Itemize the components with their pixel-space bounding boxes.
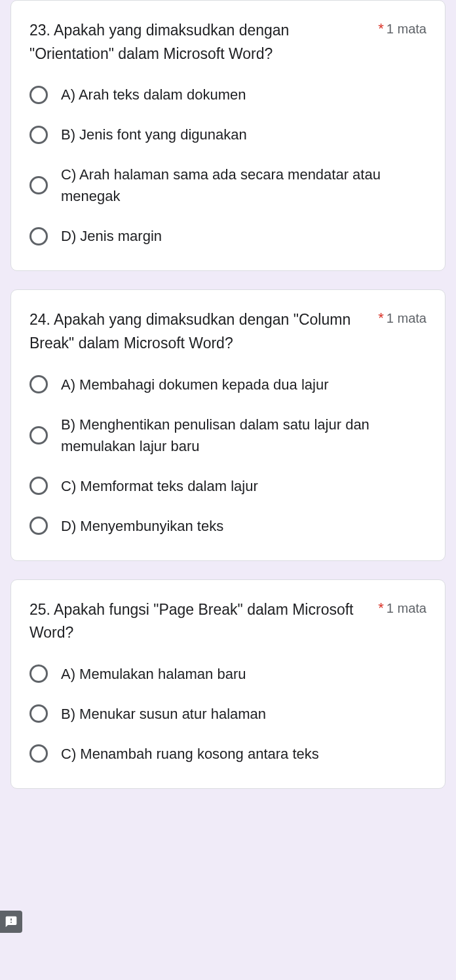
report-icon <box>5 915 18 928</box>
option-label: A) Arah teks dalam dokumen <box>61 84 246 105</box>
options-group: A) Memulakan halaman baru B) Menukar sus… <box>29 663 427 765</box>
radio-icon <box>29 126 48 144</box>
radio-icon <box>29 375 48 393</box>
points-label: 1 mata <box>387 22 427 36</box>
option-a[interactable]: A) Memulakan halaman baru <box>29 663 427 685</box>
required-asterisk: * <box>378 600 384 616</box>
radio-icon <box>29 176 48 194</box>
question-title: 24. Apakah yang dimaksudkan dengan "Colu… <box>29 308 378 355</box>
radio-icon <box>29 517 48 535</box>
option-label: D) Jenis margin <box>61 225 162 247</box>
question-points: *1 mata <box>378 19 427 37</box>
option-b[interactable]: B) Jenis font yang digunakan <box>29 124 427 145</box>
option-label: B) Jenis font yang digunakan <box>61 124 247 145</box>
option-label: C) Menambah ruang kosong antara teks <box>61 743 319 765</box>
option-label: D) Menyembunyikan teks <box>61 515 223 537</box>
option-c[interactable]: C) Menambah ruang kosong antara teks <box>29 743 427 765</box>
question-points: *1 mata <box>378 308 427 327</box>
option-label: C) Memformat teks dalam lajur <box>61 475 258 497</box>
radio-icon <box>29 426 48 445</box>
option-b[interactable]: B) Menukar susun atur halaman <box>29 703 427 725</box>
radio-icon <box>29 664 48 683</box>
question-title: 23. Apakah yang dimaksudkan dengan "Orie… <box>29 19 378 65</box>
option-c[interactable]: C) Arah halaman sama ada secara mendatar… <box>29 164 427 207</box>
option-label: B) Menghentikan penulisan dalam satu laj… <box>61 414 427 457</box>
required-asterisk: * <box>378 20 384 37</box>
question-points: *1 mata <box>378 598 427 617</box>
points-label: 1 mata <box>387 311 427 325</box>
option-d[interactable]: D) Menyembunyikan teks <box>29 515 427 537</box>
radio-icon <box>29 744 48 763</box>
question-title: 25. Apakah fungsi "Page Break" dalam Mic… <box>29 598 378 645</box>
required-asterisk: * <box>378 310 384 326</box>
question-header: 23. Apakah yang dimaksudkan dengan "Orie… <box>29 19 427 65</box>
option-b[interactable]: B) Menghentikan penulisan dalam satu laj… <box>29 414 427 457</box>
option-a[interactable]: A) Arah teks dalam dokumen <box>29 84 427 105</box>
question-header: 25. Apakah fungsi "Page Break" dalam Mic… <box>29 598 427 645</box>
radio-icon <box>29 704 48 723</box>
option-a[interactable]: A) Membahagi dokumen kepada dua lajur <box>29 374 427 395</box>
option-label: A) Memulakan halaman baru <box>61 663 246 685</box>
option-label: C) Arah halaman sama ada secara mendatar… <box>61 164 427 207</box>
question-card: 24. Apakah yang dimaksudkan dengan "Colu… <box>10 289 446 560</box>
radio-icon <box>29 477 48 495</box>
radio-icon <box>29 86 48 104</box>
options-group: A) Membahagi dokumen kepada dua lajur B)… <box>29 374 427 537</box>
option-label: B) Menukar susun atur halaman <box>61 703 266 725</box>
question-header: 24. Apakah yang dimaksudkan dengan "Colu… <box>29 308 427 355</box>
option-c[interactable]: C) Memformat teks dalam lajur <box>29 475 427 497</box>
question-card: 23. Apakah yang dimaksudkan dengan "Orie… <box>10 0 446 271</box>
radio-icon <box>29 227 48 245</box>
report-problem-button[interactable] <box>0 911 22 933</box>
option-label: A) Membahagi dokumen kepada dua lajur <box>61 374 328 395</box>
option-d[interactable]: D) Jenis margin <box>29 225 427 247</box>
question-card: 25. Apakah fungsi "Page Break" dalam Mic… <box>10 579 446 789</box>
points-label: 1 mata <box>387 601 427 615</box>
options-group: A) Arah teks dalam dokumen B) Jenis font… <box>29 84 427 247</box>
